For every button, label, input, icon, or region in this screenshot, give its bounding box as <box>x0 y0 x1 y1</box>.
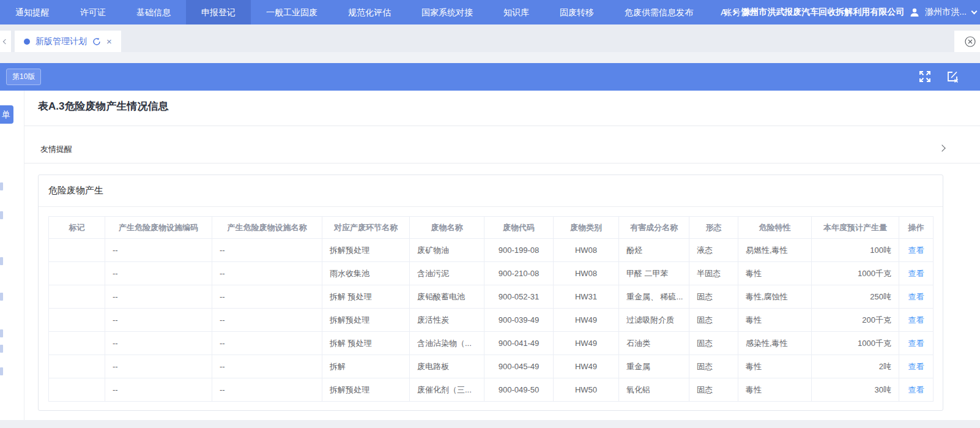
table-cell: 甲醛 二甲苯 <box>619 262 689 285</box>
anchor-item-fragment[interactable] <box>0 367 3 375</box>
circled-close-icon[interactable] <box>964 36 976 48</box>
table-cell <box>49 332 105 355</box>
tabbar-substrip <box>0 52 980 63</box>
column-header-6: 废物类别 <box>554 217 619 239</box>
user-icon <box>910 7 919 17</box>
toolbar-icons <box>918 70 959 83</box>
chevron-right-icon <box>731 9 737 15</box>
top-nav: 通知提醒许可证基础信息申报登记一般工业固废规范化评估国家系统对接知识库固废转移危… <box>0 0 980 24</box>
column-header-10: 本年度预计产生量 <box>812 217 899 239</box>
app-screen: 通知提醒许可证基础信息申报登记一般工业固废规范化评估国家系统对接知识库固废转移危… <box>0 0 980 428</box>
anchor-item-fragment[interactable] <box>0 329 3 337</box>
chevron-right-icon[interactable] <box>938 145 945 151</box>
nav-right: A 滁州市洪武报废汽车回收拆解利用有限公司 滁州市洪... <box>721 0 976 24</box>
view-link[interactable]: 查看 <box>908 385 924 394</box>
chevron-down-icon[interactable] <box>971 9 978 15</box>
table-cell <box>49 355 105 378</box>
table-cell: 废电路板 <box>410 355 484 378</box>
table-cell: 拆解 预处理 <box>322 285 410 309</box>
anchor-item-fragment[interactable] <box>0 345 3 353</box>
table-cell <box>49 262 105 285</box>
table-cell: 固态 <box>689 309 738 332</box>
company-name[interactable]: 滁州市洪武报废汽车回收拆解利用有限公司 <box>741 7 904 18</box>
table-cell: 100吨 <box>812 239 899 262</box>
table-cell: 液态 <box>689 239 738 262</box>
tab-management-plan[interactable]: 新版管理计划 × <box>15 31 121 52</box>
table-cell-action: 查看 <box>899 378 934 402</box>
nav-item-0[interactable]: 通知提醒 <box>0 0 65 24</box>
table-header-row: 标记产生危险废物设施编码产生危险废物设施名称对应产废环节名称废物名称废物代码废物… <box>49 217 934 239</box>
table-row: ----拆解预处理废活性炭900-039-49HW49过滤吸附介质固态毒性200… <box>49 309 934 332</box>
close-icon[interactable]: × <box>106 37 112 46</box>
table-cell: 易燃性,毒性 <box>738 239 812 262</box>
table-cell: -- <box>105 378 212 402</box>
table-cell <box>49 309 105 332</box>
view-link[interactable]: 查看 <box>908 246 924 255</box>
table-cell: -- <box>105 285 212 309</box>
refresh-icon[interactable] <box>92 37 101 46</box>
table-cell <box>49 285 105 309</box>
anchor-item-fragment[interactable] <box>0 293 3 301</box>
anchor-item-fragment[interactable] <box>0 257 3 265</box>
table-cell: 废催化剂（三... <box>410 378 484 402</box>
column-header-1: 产生危险废物设施编码 <box>105 217 212 239</box>
table-cell: 200千克 <box>812 309 899 332</box>
table-cell: 900-045-49 <box>484 355 554 378</box>
nav-item-6[interactable]: 国家系统对接 <box>406 0 488 24</box>
nav-item-8[interactable]: 固废转移 <box>544 0 609 24</box>
view-link[interactable]: 查看 <box>908 315 924 325</box>
table-cell: 250吨 <box>812 285 899 309</box>
tab-options-chip <box>954 31 980 52</box>
table-cell: -- <box>212 285 322 309</box>
version-badge[interactable]: 第10版 <box>6 69 41 85</box>
anchor-menu-button[interactable]: 单 <box>0 105 13 124</box>
table-cell-action: 查看 <box>899 309 934 332</box>
table-cell <box>49 378 105 402</box>
table-cell: -- <box>105 239 212 262</box>
anchor-item-fragment[interactable] <box>0 211 3 219</box>
user-name[interactable]: 滁州市洪... <box>925 7 967 18</box>
table-cell: HW31 <box>554 285 619 309</box>
column-header-9: 危险特性 <box>738 217 812 239</box>
view-link[interactable]: 查看 <box>908 292 924 301</box>
page-title: 表A.3危险废物产生情况信息 <box>38 99 168 113</box>
nav-item-2[interactable]: 基础信息 <box>121 0 186 24</box>
org-letter[interactable]: A <box>721 7 726 17</box>
table-cell: 毒性 <box>738 355 812 378</box>
tab-scroll-left-button[interactable] <box>0 31 11 52</box>
view-link[interactable]: 查看 <box>908 269 924 278</box>
nav-item-7[interactable]: 知识库 <box>488 0 544 24</box>
bottom-strip <box>0 420 980 428</box>
edit-close-icon[interactable] <box>946 70 959 83</box>
nav-item-9[interactable]: 危废供需信息发布 <box>609 0 708 24</box>
table-cell: 半固态 <box>689 262 738 285</box>
nav-item-3[interactable]: 申报登记 <box>186 0 251 24</box>
table-cell: 含油沾染物（... <box>410 332 484 355</box>
table-cell: 900-210-08 <box>484 262 554 285</box>
tab-active-dot-icon <box>24 39 30 45</box>
view-link[interactable]: 查看 <box>908 339 924 348</box>
table-cell: -- <box>212 355 322 378</box>
table-cell: 拆解 预处理 <box>322 332 410 355</box>
table-cell: 酚烃 <box>619 239 689 262</box>
main-content: 单 表A.3危险废物产生情况信息 友情提醒 危险废物产生 标记产生危险废物设施编… <box>0 91 980 420</box>
nav-item-4[interactable]: 一般工业固废 <box>251 0 333 24</box>
nav-item-1[interactable]: 许可证 <box>65 0 121 24</box>
fullscreen-icon[interactable] <box>918 70 932 83</box>
version-toolbar: 第10版 <box>0 63 980 91</box>
table-cell: 毒性 <box>738 262 812 285</box>
nav-item-5[interactable]: 规范化评估 <box>333 0 406 24</box>
table-cell: 含油污泥 <box>410 262 484 285</box>
table-cell: HW49 <box>554 355 619 378</box>
friendly-reminder-label[interactable]: 友情提醒 <box>40 144 72 155</box>
section-title: 危险废物产生 <box>48 185 103 197</box>
table-cell: HW08 <box>554 262 619 285</box>
table-cell: 氧化铝 <box>619 378 689 402</box>
tab-bar: 新版管理计划 × <box>0 24 980 52</box>
table-cell: 900-049-50 <box>484 378 554 402</box>
view-link[interactable]: 查看 <box>908 362 924 371</box>
anchor-item-fragment[interactable] <box>0 182 3 190</box>
column-header-0: 标记 <box>49 217 105 239</box>
table-wrapper: 标记产生危险废物设施编码产生危险废物设施名称对应产废环节名称废物名称废物代码废物… <box>39 207 943 402</box>
table-cell: 30吨 <box>812 378 899 402</box>
